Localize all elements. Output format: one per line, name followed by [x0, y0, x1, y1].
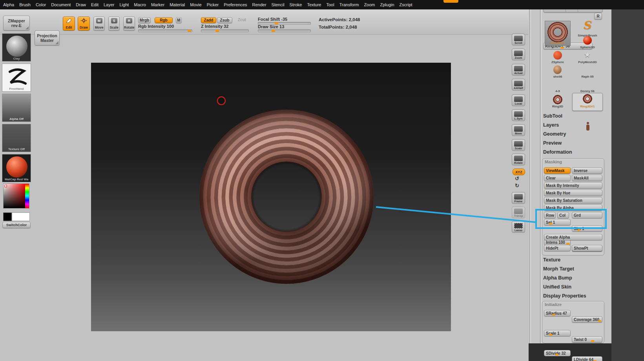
- mrgb-button[interactable]: Mrgb: [138, 17, 151, 23]
- zmapper-button[interactable]: ZMapper rev-E: [3, 16, 30, 31]
- panel-section-header[interactable]: Geometry: [543, 131, 602, 140]
- tool-thumb-label[interactable]: PolyMesh3D: [573, 60, 602, 64]
- tool-thumb-label[interactable]: ZSphere: [543, 60, 572, 64]
- rotate-button[interactable]: R Rotate: [123, 16, 135, 31]
- sradius-slider[interactable]: SRadius 47: [544, 310, 571, 316]
- menu-item[interactable]: Layer: [104, 2, 120, 7]
- sdivide-slider[interactable]: SDivide 32: [544, 350, 571, 356]
- menu-item[interactable]: Preferences: [224, 2, 252, 7]
- alpha-off-thumbnail[interactable]: Alpha Off: [2, 94, 31, 122]
- xyz-constraint-button[interactable]: XYZ: [513, 169, 525, 175]
- scale-button[interactable]: S Scale: [108, 16, 120, 31]
- view-scale-button[interactable]: Scale: [512, 139, 525, 151]
- mask-by-alpha-button[interactable]: Mask By Alpha: [544, 205, 602, 211]
- switch-color-button[interactable]: SwitchColor: [2, 222, 31, 228]
- menu-item[interactable]: Draw: [76, 2, 91, 7]
- sel-slider[interactable]: Sel 1: [544, 219, 571, 225]
- rgb-button[interactable]: Rgb: [155, 17, 173, 23]
- ring3d-torus[interactable]: [199, 110, 374, 284]
- menu-item[interactable]: Stroke: [290, 2, 307, 7]
- tool-thumb-label[interactable]: Sphere3D: [573, 45, 602, 49]
- rotate-cw-icon[interactable]: ↻: [515, 183, 519, 189]
- view-move-button[interactable]: Move: [512, 124, 525, 136]
- secondary-color-swatch[interactable]: [3, 212, 12, 221]
- projection-master-button[interactable]: Projection Master: [35, 31, 60, 45]
- menu-item[interactable]: Material: [170, 2, 190, 7]
- menu-item[interactable]: Macro: [134, 2, 151, 7]
- menu-item[interactable]: Texture: [307, 2, 326, 7]
- tool-thumb-label[interactable]: Donny 06: [573, 89, 602, 93]
- panel-section-header[interactable]: Layers: [543, 122, 602, 131]
- scale-slider[interactable]: Scale 1: [544, 330, 571, 336]
- ldivide-slider[interactable]: LDivide 64: [572, 356, 602, 361]
- panel-section-header[interactable]: Morph Target: [543, 266, 602, 275]
- actual-size-button[interactable]: Actual: [512, 64, 525, 76]
- col-button[interactable]: Col: [557, 212, 569, 218]
- m-button[interactable]: M: [176, 17, 182, 23]
- selected-tool-ring3d1[interactable]: Ring3D#1: [572, 93, 603, 111]
- panel-section-header[interactable]: Texture: [543, 257, 602, 266]
- menu-item[interactable]: Stencil: [272, 2, 290, 7]
- mask-by-saturation-button[interactable]: Mask By Saturation: [544, 197, 602, 203]
- zsub-button[interactable]: Zsub: [217, 17, 232, 23]
- stroke-clay-thumbnail[interactable]: Clay: [2, 33, 31, 62]
- ring3d-icon[interactable]: [553, 95, 562, 104]
- polymesh3d-star-icon[interactable]: ★: [584, 50, 591, 59]
- top-orange-button[interactable]: [443, 0, 458, 3]
- menu-item[interactable]: Alpha: [3, 2, 19, 7]
- menu-item[interactable]: Edit: [91, 2, 104, 7]
- shell6-icon[interactable]: [553, 65, 562, 74]
- menu-item[interactable]: Tool: [326, 2, 339, 7]
- twist-slider[interactable]: Twist 0: [572, 336, 602, 343]
- row-button[interactable]: Row: [544, 212, 556, 218]
- panel-section-header[interactable]: Alpha Bump: [543, 275, 602, 284]
- menu-item[interactable]: Zplugin: [380, 2, 400, 7]
- color-picker-hue-strip[interactable]: [25, 183, 29, 209]
- menu-item[interactable]: Movie: [190, 2, 206, 7]
- local-button[interactable]: Local: [512, 94, 525, 106]
- primary-color-swatch[interactable]: [12, 212, 30, 221]
- menu-item[interactable]: Zscript: [400, 2, 418, 7]
- menu-item[interactable]: Document: [51, 2, 76, 7]
- move-button[interactable]: M Move: [93, 16, 105, 31]
- scroll-tool-button[interactable]: Scroll: [512, 34, 525, 45]
- menu-item[interactable]: Zoom: [364, 2, 380, 7]
- current-tool-thumbnail[interactable]: Ring3D#1: [545, 21, 571, 46]
- simplebrush-icon[interactable]: S: [583, 19, 591, 32]
- mask-by-hue-button[interactable]: Mask By Hue: [544, 190, 602, 196]
- sphere3d-icon[interactable]: [583, 36, 592, 45]
- zadd-button[interactable]: Zadd: [201, 17, 216, 23]
- grd-button[interactable]: Grd: [572, 212, 602, 218]
- rotate-ccw-icon[interactable]: ↺: [515, 176, 519, 181]
- stroke-freehand-thumbnail[interactable]: FreeHand: [2, 63, 31, 92]
- lasso-button[interactable]: Lasso: [512, 221, 525, 233]
- hidept-button[interactable]: HidePt: [544, 245, 571, 251]
- maskall-button[interactable]: MaskAll: [572, 175, 602, 181]
- tool-thumb-label[interactable]: Raph 05: [573, 75, 602, 78]
- menu-item[interactable]: Brush: [19, 2, 36, 7]
- tool-thumb-label[interactable]: 4-9: [543, 89, 572, 93]
- tool-thumb-label[interactable]: Ring3D: [543, 105, 572, 108]
- viewmask-button[interactable]: ViewMask: [544, 167, 571, 174]
- showpt-button[interactable]: ShowPt: [572, 245, 602, 251]
- panel-section-header[interactable]: Unified Skin: [543, 284, 602, 293]
- tool-thumb-label[interactable]: shell6: [543, 75, 572, 78]
- create-alpha-button[interactable]: Create Alpha: [544, 234, 602, 240]
- masking-section-header[interactable]: Masking: [545, 160, 562, 164]
- transp-button[interactable]: Transp: [512, 207, 525, 218]
- panel-section-header[interactable]: Deformation: [543, 149, 602, 158]
- draw-button[interactable]: Draw: [78, 16, 90, 31]
- panel-section-header[interactable]: Preview: [543, 140, 602, 149]
- z-intensity-slider[interactable]: [201, 29, 249, 32]
- rgb-intensity-slider[interactable]: [138, 29, 192, 32]
- lsym-button[interactable]: L.Sym: [512, 109, 525, 121]
- view-rotate-button[interactable]: Rotate: [512, 154, 525, 165]
- panel-section-header[interactable]: SubTool: [543, 113, 602, 122]
- zoom-tool-button[interactable]: Zoom: [512, 49, 525, 60]
- mask-by-intensity-button[interactable]: Mask By Intensity: [544, 182, 602, 189]
- restore-button[interactable]: R: [594, 13, 602, 20]
- menu-item[interactable]: Transform: [339, 2, 364, 7]
- menu-item[interactable]: Marker: [151, 2, 170, 7]
- color-picker-sv-square[interactable]: [3, 183, 26, 209]
- texture-off-thumbnail[interactable]: Texture Off: [2, 124, 31, 152]
